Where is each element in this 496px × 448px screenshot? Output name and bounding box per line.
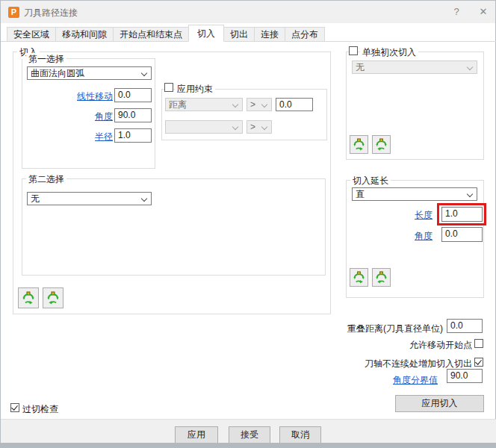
overlap-distance-field[interactable]: 0.0	[447, 319, 483, 333]
constraint1-value-field[interactable]: 0.0	[276, 98, 313, 111]
angle-label[interactable]: 角度	[46, 111, 113, 123]
linear-move-field[interactable]: 0.0	[114, 88, 152, 102]
copy-lead-reverse-button[interactable]	[43, 287, 63, 308]
extension-angle-label[interactable]: 角度	[395, 230, 433, 243]
radius-label[interactable]: 半径	[46, 131, 113, 143]
separate-first-lead-checkbox[interactable]	[349, 46, 358, 55]
second-choice-label: 第二选择	[26, 173, 66, 186]
chevron-down-icon	[261, 102, 267, 108]
chevron-down-icon	[232, 124, 238, 130]
constraints-checkbox[interactable]	[164, 83, 173, 92]
chevron-down-icon	[232, 102, 238, 108]
second-choice-select[interactable]: 无	[27, 192, 152, 205]
tab-start-end-points[interactable]: 开始点和结束点	[113, 27, 189, 42]
extension-angle-field[interactable]: 0.0	[441, 227, 483, 242]
angular-threshold-label[interactable]: 角度分界值	[371, 374, 438, 387]
tab-lead-out[interactable]: 切出	[223, 27, 255, 42]
background-window-strip	[0, 443, 496, 448]
apply-lead-in-button[interactable]: 应用切入	[395, 395, 484, 412]
tab-safe-area[interactable]: 安全区域	[7, 27, 56, 42]
lead-in-extension-label: 切入延长	[350, 175, 391, 187]
extension-type-value: 直	[356, 189, 365, 199]
extension-length-label[interactable]: 长度	[395, 209, 433, 222]
gouge-check-checkbox[interactable]	[10, 403, 19, 412]
toolpath-connections-dialog: P 刀具路径连接 ? ✕ 安全区域 移动和间隙 开始点和结束点 切入 切出 连接…	[0, 0, 496, 443]
tab-links[interactable]: 连接	[254, 27, 285, 42]
constraints-label: 应用约束	[175, 83, 215, 96]
copy-lead-forward-button[interactable]	[18, 287, 39, 308]
separate-first-lead-select: 无	[352, 60, 477, 74]
copy-lead-forward-icon	[353, 138, 365, 151]
first-choice-label: 第一选择	[26, 53, 66, 66]
constraint2-operator-select: >	[247, 120, 272, 134]
first-choice-select[interactable]: 曲面法向圆弧	[27, 66, 152, 80]
constraint1-operator-select: >	[247, 98, 272, 111]
overlap-distance-label: 重叠距离(刀具直径单位)	[314, 323, 443, 335]
allow-start-move-checkbox[interactable]	[474, 339, 483, 348]
window-title: 刀具路径连接	[24, 7, 78, 19]
chevron-down-icon	[261, 124, 267, 130]
accept-button[interactable]: 接受	[229, 426, 270, 444]
copy-lead-reverse-icon	[46, 291, 60, 305]
linear-move-label[interactable]: 线性移动	[46, 90, 113, 103]
copy-lead-reverse-button[interactable]	[372, 268, 391, 287]
constraint1-type-value: 距离	[169, 99, 187, 110]
chevron-down-icon	[467, 191, 473, 197]
tab-bar: 安全区域 移动和间隙 开始点和结束点 切入 切出 连接 点分布	[7, 25, 324, 42]
gouge-check-label: 过切检查	[22, 403, 58, 416]
first-choice-value: 曲面法向圆弧	[31, 68, 84, 78]
constraint1-type-select: 距离	[165, 98, 243, 111]
angle-field[interactable]: 90.0	[114, 108, 152, 122]
copy-lead-reverse-icon	[375, 271, 388, 284]
tab-lead-in[interactable]: 切入	[188, 25, 224, 42]
separate-first-lead-label: 单独初次切入	[360, 46, 418, 59]
constraint2-operator-value: >	[250, 122, 255, 132]
apply-button[interactable]: 应用	[175, 426, 218, 444]
copy-lead-forward-icon	[22, 291, 35, 305]
chevron-down-icon	[467, 64, 473, 70]
footer-bar: 应用 接受 取消	[1, 419, 496, 444]
extension-type-select[interactable]: 直	[352, 187, 477, 201]
cancel-button[interactable]: 取消	[279, 426, 321, 444]
close-button[interactable]: ✕	[474, 5, 492, 19]
add-leads-discontinuity-checkbox[interactable]	[474, 358, 483, 367]
help-button[interactable]: ?	[447, 5, 465, 19]
title-bar: P 刀具路径连接 ? ✕	[1, 1, 495, 23]
copy-lead-forward-icon	[353, 271, 365, 284]
separate-first-lead-value: 无	[356, 62, 365, 72]
allow-start-move-label: 允许移动开始点	[344, 339, 472, 352]
tab-moves-clearances[interactable]: 移动和间隙	[55, 27, 114, 42]
chevron-down-icon	[141, 196, 147, 202]
extension-length-field[interactable]: 1.0	[441, 207, 483, 222]
radius-field[interactable]: 1.0	[114, 128, 152, 143]
app-logo-icon: P	[8, 7, 19, 18]
copy-lead-forward-button[interactable]	[350, 135, 368, 154]
tab-point-distribution[interactable]: 点分布	[285, 27, 325, 42]
constraint1-operator-value: >	[250, 99, 255, 110]
second-choice-value: 无	[31, 193, 40, 204]
copy-lead-reverse-button[interactable]	[372, 135, 391, 154]
chevron-down-icon	[141, 70, 147, 76]
angular-threshold-field[interactable]: 90.0	[447, 369, 483, 383]
copy-lead-reverse-icon	[375, 138, 388, 151]
copy-lead-forward-button[interactable]	[350, 268, 368, 287]
constraint2-type-select	[165, 120, 243, 134]
